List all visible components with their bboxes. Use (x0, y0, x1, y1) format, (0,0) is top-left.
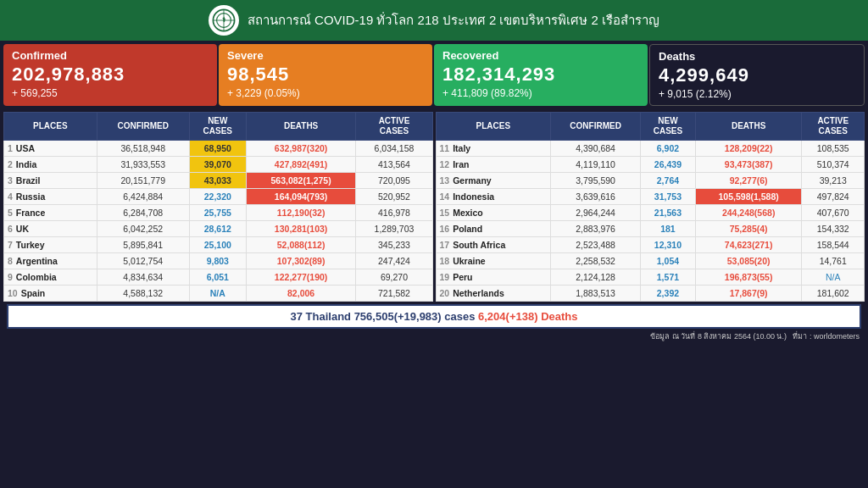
confirmed-cell: 36,518,948 (97, 141, 189, 157)
deaths-cell: 17,867(9) (695, 286, 802, 302)
table-row: 3Brazil20,151,77943,033563,082(1,275)720… (4, 173, 433, 189)
new-cases-cell: 68,950 (189, 141, 246, 157)
place-cell: 17South Africa (436, 237, 551, 253)
place-cell: 11Italy (436, 141, 551, 157)
active-cases-cell: 158,544 (802, 237, 865, 253)
active-cases-cell: N/A (802, 269, 865, 286)
stats-row: Confirmed 202,978,883 + 569,255 Severe 9… (0, 41, 868, 109)
deaths-cell: 196,873(55) (695, 269, 802, 286)
deaths-cell: 112,190(32) (246, 205, 356, 221)
deaths-cell: 105,598(1,588) (695, 189, 802, 205)
confirmed-box: Confirmed 202,978,883 + 569,255 (3, 44, 217, 106)
confirmed-cell: 4,834,634 (97, 269, 189, 286)
severe-delta: + 3,229 (0.05%) (227, 87, 424, 99)
place-cell: 16Poland (436, 221, 551, 237)
new-cases-cell: 25,755 (189, 205, 246, 221)
logo: ⚕ (209, 5, 239, 36)
confirmed-label: Confirmed (12, 49, 209, 62)
confirmed-cell: 4,390,684 (551, 141, 641, 157)
deaths-cell: 122,277(190) (246, 269, 356, 286)
deaths-cell: 244,248(568) (695, 205, 802, 221)
deaths-label: Deaths (659, 50, 855, 63)
place-cell: 10Spain (4, 286, 97, 302)
active-cases-cell: 720,095 (356, 173, 432, 189)
confirmed-cell: 6,042,252 (97, 221, 189, 237)
confirmed-delta: + 569,255 (12, 87, 209, 99)
confirmed-cell: 6,284,708 (97, 205, 189, 221)
active-cases-cell: 413,564 (356, 157, 432, 173)
main-container: ⚕ สถานการณ์ COVID-19 ทั่วโลก 218 ประเทศ … (0, 0, 868, 347)
left-th-deaths: DEATHS (246, 113, 356, 141)
place-cell: 18Ukraine (436, 253, 551, 269)
table-row: 20Netherlands1,883,5132,39217,867(9)181,… (436, 286, 865, 302)
table-row: 9Colombia4,834,6346,051122,277(190)69,27… (4, 269, 433, 286)
place-cell: 20Netherlands (436, 286, 551, 302)
source-site: ที่มา : worldometers (793, 332, 860, 341)
active-cases-cell: 181,602 (802, 286, 865, 302)
new-cases-cell: 181 (640, 221, 695, 237)
deaths-cell: 632,987(320) (246, 141, 356, 157)
new-cases-cell: 31,753 (640, 189, 695, 205)
new-cases-cell: 12,310 (640, 237, 695, 253)
recovered-label: Recovered (442, 49, 639, 62)
deaths-cell: 164,094(793) (246, 189, 356, 205)
confirmed-cell: 4,588,132 (97, 286, 189, 302)
place-cell: 3Brazil (4, 173, 97, 189)
table-row: 1USA36,518,94868,950632,987(320)6,034,15… (4, 141, 433, 157)
recovered-box: Recovered 182,314,293 + 411,809 (89.82%) (434, 44, 648, 106)
deaths-value: 4,299,649 (659, 64, 855, 86)
confirmed-cell: 2,883,976 (551, 221, 641, 237)
new-cases-cell: 6,051 (189, 269, 246, 286)
deaths-cell: 92,277(6) (695, 173, 802, 189)
place-cell: 5France (4, 205, 97, 221)
new-cases-cell: 39,070 (189, 157, 246, 173)
place-cell: 6UK (4, 221, 97, 237)
footer-deaths-value: 6,204(+138) (478, 310, 541, 323)
new-cases-cell: 43,033 (189, 173, 246, 189)
deaths-cell: 93,473(387) (695, 157, 802, 173)
confirmed-cell: 2,258,532 (551, 253, 641, 269)
deaths-cell: 52,088(112) (246, 237, 356, 253)
confirmed-cell: 3,639,616 (551, 189, 641, 205)
table-row: 16Poland2,883,97618175,285(4)154,332 (436, 221, 865, 237)
table-row: 2India31,933,55339,070427,892(491)413,56… (4, 157, 433, 173)
place-cell: 13Germany (436, 173, 551, 189)
new-cases-cell: 2,764 (640, 173, 695, 189)
table-row: 14Indonesia3,639,61631,753105,598(1,588)… (436, 189, 865, 205)
active-cases-cell: 407,670 (802, 205, 865, 221)
footer-row: 37 Thailand 756,505(+19,983) cases 6,204… (7, 304, 861, 329)
confirmed-cell: 6,424,884 (97, 189, 189, 205)
header-title: สถานการณ์ COVID-19 ทั่วโลก 218 ประเทศ 2 … (248, 10, 659, 30)
table-row: 13Germany3,795,5902,76492,277(6)39,213 (436, 173, 865, 189)
right-th-confirmed: CONFIRMED (551, 113, 641, 141)
confirmed-cell: 3,795,590 (551, 173, 641, 189)
table-row: 6UK6,042,25228,612130,281(103)1,289,703 (4, 221, 433, 237)
confirmed-cell: 31,933,553 (97, 157, 189, 173)
table-row: 11Italy4,390,6846,902128,209(22)108,535 (436, 141, 865, 157)
table-row: 8Argentina5,012,7549,803107,302(89)247,4… (4, 253, 433, 269)
place-cell: 12Iran (436, 157, 551, 173)
table-section: PLACES CONFIRMED NEWCASES DEATHS ACTIVEC… (0, 109, 868, 347)
deaths-cell: 82,006 (246, 286, 356, 302)
deaths-cell: 74,623(271) (695, 237, 802, 253)
deaths-cell: 427,892(491) (246, 157, 356, 173)
deaths-cell: 563,082(1,275) (246, 173, 356, 189)
confirmed-cell: 2,964,244 (551, 205, 641, 221)
active-cases-cell: 154,332 (802, 221, 865, 237)
source-date: ข้อมูล ณ วันที่ 8 สิงหาคม 2564 (10.00 น.… (650, 332, 787, 341)
confirmed-cell: 20,151,779 (97, 173, 189, 189)
new-cases-cell: 1,571 (640, 269, 695, 286)
place-cell: 2India (4, 157, 97, 173)
place-cell: 8Argentina (4, 253, 97, 269)
active-cases-cell: 108,535 (802, 141, 865, 157)
confirmed-cell: 5,012,754 (97, 253, 189, 269)
place-cell: 1USA (4, 141, 97, 157)
severe-label: Severe (227, 49, 424, 62)
active-cases-cell: 14,761 (802, 253, 865, 269)
new-cases-cell: 21,563 (640, 205, 695, 221)
right-th-new-cases: NEWCASES (640, 113, 695, 141)
deaths-box: Deaths 4,299,649 + 9,015 (2.12%) (649, 44, 865, 106)
confirmed-cell: 4,119,110 (551, 157, 641, 173)
place-cell: 9Colombia (4, 269, 97, 286)
new-cases-cell: 22,320 (189, 189, 246, 205)
